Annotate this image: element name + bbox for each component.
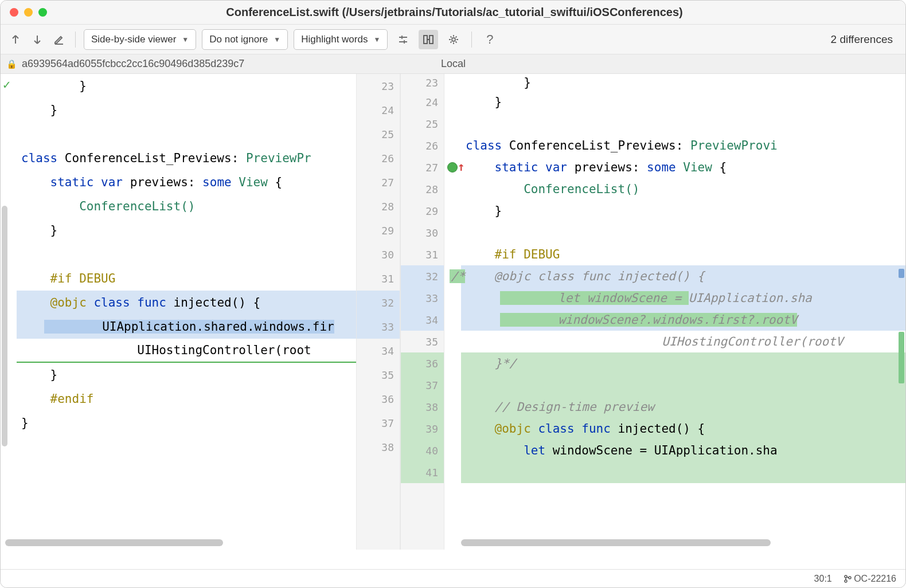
ignore-mode-label: Do not ignore — [209, 34, 268, 45]
code-line: UIHostingController(root — [17, 339, 356, 363]
line-number: 41 — [401, 461, 444, 483]
line-number: 32 — [401, 265, 444, 287]
code-line: UIApplication.shared.windows.fir — [17, 315, 356, 339]
edit-source-button[interactable] — [51, 32, 67, 48]
code-line: ↑ static var previews: some View { — [461, 156, 905, 178]
code-line — [17, 122, 356, 146]
line-number: 23 — [401, 74, 444, 91]
code-line: UIHostingController(rootV — [461, 331, 905, 352]
collapse-unchanged-button[interactable] — [393, 30, 413, 49]
code-line: #if DEBUG — [17, 266, 356, 291]
line-number: 25 — [401, 113, 444, 135]
line-number: 33 — [357, 315, 400, 339]
line-number: 28 — [401, 178, 444, 200]
code-line: } — [461, 200, 905, 222]
code-line — [461, 222, 905, 244]
code-line: } — [17, 363, 356, 387]
line-number: 23 — [357, 74, 400, 98]
highlight-mode-dropdown[interactable]: Highlight words ▼ — [294, 29, 388, 50]
right-revision-label: Local — [441, 58, 466, 70]
chevron-down-icon: ▼ — [373, 36, 380, 44]
code-line: } — [17, 74, 356, 98]
line-number: 30 — [401, 222, 444, 244]
git-branch[interactable]: OC-22216 — [843, 574, 896, 584]
help-button[interactable]: ? — [480, 30, 499, 49]
line-number: 35 — [357, 363, 400, 387]
svg-rect-0 — [424, 36, 427, 44]
titlebar: ConferenceList.swift (/Users/jetbrains/T… — [1, 1, 905, 25]
horizontal-scrollbar[interactable] — [461, 539, 771, 546]
settings-button[interactable] — [444, 30, 463, 49]
line-number: 26 — [357, 146, 400, 170]
code-line — [17, 242, 356, 266]
left-code-pane[interactable]: ✓ } } class ConferenceList_Previews: Pre… — [1, 74, 356, 550]
line-number: 29 — [357, 218, 400, 242]
code-line: }*/ — [461, 352, 905, 374]
svg-point-3 — [845, 575, 847, 578]
line-number: 33 — [401, 287, 444, 309]
svg-point-5 — [849, 577, 851, 579]
status-bar: 30:1 OC-22216 — [1, 569, 905, 587]
code-line: @objc class func injected() { — [461, 418, 905, 440]
code-line: class ConferenceList_Previews: PreviewPr… — [461, 135, 905, 156]
arrow-up-icon: ↑ — [458, 160, 465, 174]
line-number: 24 — [401, 91, 444, 113]
line-number: 27 — [357, 170, 400, 194]
code-line: ConferenceList() — [17, 194, 356, 218]
diff-view: ✓ } } class ConferenceList_Previews: Pre… — [1, 74, 905, 550]
code-line — [461, 113, 905, 135]
chevron-down-icon: ▼ — [182, 36, 189, 44]
right-error-stripe[interactable] — [897, 74, 905, 550]
code-line: } — [461, 91, 905, 113]
code-line: static var previews: some View { — [17, 170, 356, 194]
code-line: #if DEBUG — [461, 244, 905, 265]
code-line: ConferenceList() — [461, 178, 905, 200]
caret-position: 30:1 — [814, 574, 832, 584]
diff-count-label: 2 differences — [831, 33, 899, 46]
svg-rect-1 — [429, 36, 433, 44]
line-number: 26 — [401, 135, 444, 156]
code-line: /* @objc class func injected() { — [461, 265, 905, 287]
right-code-pane[interactable]: } } class ConferenceList_Previews: Previ… — [445, 74, 905, 550]
fold-badge-icon[interactable] — [447, 162, 458, 173]
line-number: 24 — [357, 98, 400, 122]
line-number: 35 — [401, 331, 444, 352]
line-number: 27 — [401, 156, 444, 178]
line-number: 39 — [401, 418, 444, 440]
vertical-scrollbar[interactable] — [2, 206, 7, 446]
code-line: class ConferenceList_Previews: PreviewPr — [17, 146, 356, 170]
code-line — [461, 461, 905, 483]
line-number: 34 — [401, 309, 444, 331]
line-number: 37 — [401, 374, 444, 396]
code-line: windowScene?.windows.first?.rootV — [461, 309, 905, 331]
left-revision-label: a6939564ad6055fcbcc2cc16c90496d385d239c7 — [22, 58, 244, 70]
line-number: 31 — [401, 244, 444, 265]
code-line: let windowScene = UIApplication.sha — [461, 440, 905, 461]
right-line-numbers: 23 24 25 26 27 28 29 30 31 32 33 34 35 3… — [400, 74, 444, 550]
line-number: 25 — [357, 122, 400, 146]
left-line-numbers: 23 24 25 26 27 28 29 30 31 32 33 34 35 3… — [356, 74, 400, 550]
code-line: } — [17, 98, 356, 122]
svg-point-2 — [452, 38, 455, 41]
line-number: 36 — [401, 352, 444, 374]
next-diff-button[interactable] — [29, 32, 45, 48]
line-number: 38 — [401, 396, 444, 418]
viewer-mode-label: Side-by-side viewer — [91, 34, 176, 45]
code-line: let windowScene = UIApplication.sha — [461, 287, 905, 309]
horizontal-scrollbar[interactable] — [5, 539, 223, 546]
lock-icon: 🔒 — [6, 59, 17, 69]
line-number: 31 — [357, 266, 400, 291]
line-number: 37 — [357, 411, 400, 435]
sync-scroll-button[interactable] — [419, 30, 438, 49]
ignore-mode-dropdown[interactable]: Do not ignore ▼ — [202, 29, 288, 50]
line-number: 30 — [357, 242, 400, 266]
viewer-mode-dropdown[interactable]: Side-by-side viewer ▼ — [84, 29, 196, 50]
prev-diff-button[interactable] — [7, 32, 24, 48]
highlight-mode-label: Highlight words — [301, 34, 368, 45]
line-number: 38 — [357, 435, 400, 459]
revision-label-bar: 🔒 a6939564ad6055fcbcc2cc16c90496d385d239… — [1, 54, 905, 74]
code-line: @objc class func injected() { — [17, 291, 356, 315]
line-number: 29 — [401, 200, 444, 222]
code-line: } — [17, 411, 356, 435]
line-number: 34 — [357, 339, 400, 363]
